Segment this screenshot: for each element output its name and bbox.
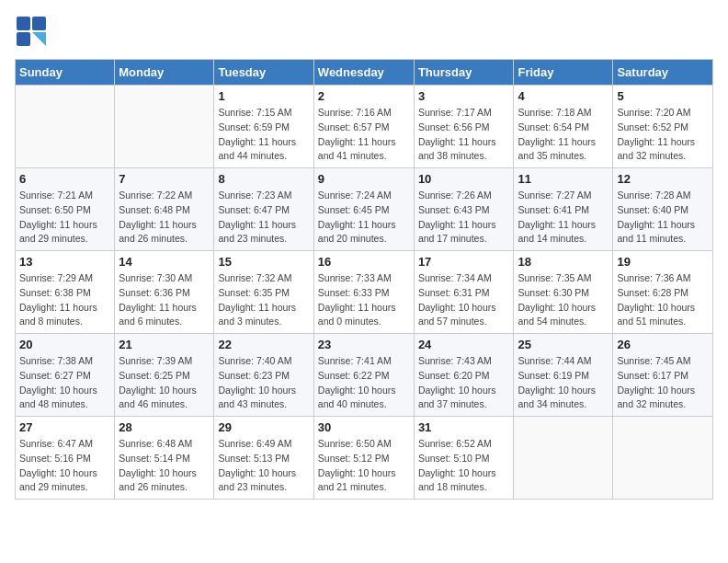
day-info: Sunrise: 6:50 AM Sunset: 5:12 PM Dayligh… <box>318 437 410 495</box>
day-number: 13 <box>19 255 110 269</box>
day-number: 15 <box>218 255 309 269</box>
day-number: 22 <box>218 338 309 351</box>
calendar-cell: 15Sunrise: 7:32 AM Sunset: 6:35 PM Dayli… <box>214 251 313 334</box>
calendar-cell: 1Sunrise: 7:15 AM Sunset: 6:59 PM Daylig… <box>214 86 313 168</box>
day-number: 12 <box>617 172 709 186</box>
day-info: Sunrise: 7:16 AM Sunset: 6:57 PM Dayligh… <box>318 106 410 164</box>
weekday-header-friday: Friday <box>514 60 613 86</box>
day-number: 26 <box>617 338 709 351</box>
day-number: 27 <box>19 420 110 434</box>
calendar-week-5: 27Sunrise: 6:47 AM Sunset: 5:16 PM Dayli… <box>16 417 713 500</box>
day-number: 2 <box>318 89 410 103</box>
calendar-cell: 10Sunrise: 7:26 AM Sunset: 6:43 PM Dayli… <box>414 168 514 251</box>
weekday-header-wednesday: Wednesday <box>313 60 414 86</box>
calendar-cell: 16Sunrise: 7:33 AM Sunset: 6:33 PM Dayli… <box>313 251 414 334</box>
calendar-cell: 26Sunrise: 7:45 AM Sunset: 6:17 PM Dayli… <box>613 334 713 417</box>
calendar-cell: 2Sunrise: 7:16 AM Sunset: 6:57 PM Daylig… <box>313 86 414 168</box>
calendar-cell: 3Sunrise: 7:17 AM Sunset: 6:56 PM Daylig… <box>414 86 514 168</box>
day-info: Sunrise: 7:44 AM Sunset: 6:19 PM Dayligh… <box>518 354 609 412</box>
calendar-cell: 25Sunrise: 7:44 AM Sunset: 6:19 PM Dayli… <box>514 334 613 417</box>
day-info: Sunrise: 6:48 AM Sunset: 5:14 PM Dayligh… <box>119 437 210 495</box>
calendar-week-2: 6Sunrise: 7:21 AM Sunset: 6:50 PM Daylig… <box>16 168 713 251</box>
day-number: 10 <box>418 172 510 186</box>
day-number: 28 <box>119 420 210 434</box>
calendar-cell: 20Sunrise: 7:38 AM Sunset: 6:27 PM Dayli… <box>16 334 115 417</box>
page-header <box>15 15 713 50</box>
day-info: Sunrise: 7:32 AM Sunset: 6:35 PM Dayligh… <box>218 271 309 329</box>
calendar-cell: 27Sunrise: 6:47 AM Sunset: 5:16 PM Dayli… <box>16 417 115 500</box>
logo-icon <box>15 15 50 50</box>
weekday-header-saturday: Saturday <box>613 60 713 86</box>
day-number: 11 <box>518 172 609 186</box>
day-info: Sunrise: 7:39 AM Sunset: 6:25 PM Dayligh… <box>119 354 210 412</box>
calendar-cell <box>613 417 713 500</box>
day-number: 29 <box>218 420 309 434</box>
day-number: 14 <box>119 255 210 269</box>
day-number: 30 <box>318 420 410 434</box>
day-number: 5 <box>617 89 709 103</box>
day-info: Sunrise: 7:41 AM Sunset: 6:22 PM Dayligh… <box>318 354 410 412</box>
weekday-header-row: SundayMondayTuesdayWednesdayThursdayFrid… <box>16 60 713 86</box>
day-info: Sunrise: 7:34 AM Sunset: 6:31 PM Dayligh… <box>418 271 510 329</box>
calendar-cell: 29Sunrise: 6:49 AM Sunset: 5:13 PM Dayli… <box>214 417 313 500</box>
calendar-cell: 23Sunrise: 7:41 AM Sunset: 6:22 PM Dayli… <box>313 334 414 417</box>
calendar-cell: 30Sunrise: 6:50 AM Sunset: 5:12 PM Dayli… <box>313 417 414 500</box>
day-number: 16 <box>318 255 410 269</box>
svg-rect-0 <box>17 17 30 30</box>
day-number: 3 <box>418 89 510 103</box>
calendar-header: SundayMondayTuesdayWednesdayThursdayFrid… <box>16 60 713 86</box>
calendar-cell: 5Sunrise: 7:20 AM Sunset: 6:52 PM Daylig… <box>613 86 713 168</box>
day-number: 20 <box>19 338 110 351</box>
day-number: 23 <box>318 338 410 351</box>
calendar-cell: 17Sunrise: 7:34 AM Sunset: 6:31 PM Dayli… <box>414 251 514 334</box>
logo <box>15 15 53 50</box>
calendar-cell: 22Sunrise: 7:40 AM Sunset: 6:23 PM Dayli… <box>214 334 313 417</box>
day-info: Sunrise: 7:17 AM Sunset: 6:56 PM Dayligh… <box>418 106 510 164</box>
calendar-cell: 19Sunrise: 7:36 AM Sunset: 6:28 PM Dayli… <box>613 251 713 334</box>
calendar-cell: 7Sunrise: 7:22 AM Sunset: 6:48 PM Daylig… <box>115 168 214 251</box>
svg-rect-1 <box>32 17 46 30</box>
day-info: Sunrise: 7:20 AM Sunset: 6:52 PM Dayligh… <box>617 106 709 164</box>
day-info: Sunrise: 7:15 AM Sunset: 6:59 PM Dayligh… <box>218 106 309 164</box>
calendar-cell <box>115 86 214 168</box>
day-info: Sunrise: 7:33 AM Sunset: 6:33 PM Dayligh… <box>318 271 410 329</box>
day-info: Sunrise: 6:47 AM Sunset: 5:16 PM Dayligh… <box>19 437 110 495</box>
calendar-cell <box>16 86 115 168</box>
weekday-header-tuesday: Tuesday <box>214 60 313 86</box>
calendar-cell: 9Sunrise: 7:24 AM Sunset: 6:45 PM Daylig… <box>313 168 414 251</box>
calendar-cell: 12Sunrise: 7:28 AM Sunset: 6:40 PM Dayli… <box>613 168 713 251</box>
calendar-week-1: 1Sunrise: 7:15 AM Sunset: 6:59 PM Daylig… <box>16 86 713 168</box>
day-number: 25 <box>518 338 609 351</box>
day-number: 31 <box>418 420 510 434</box>
calendar-table: SundayMondayTuesdayWednesdayThursdayFrid… <box>15 59 713 500</box>
day-number: 7 <box>119 172 210 186</box>
calendar-cell: 4Sunrise: 7:18 AM Sunset: 6:54 PM Daylig… <box>514 86 613 168</box>
day-info: Sunrise: 7:22 AM Sunset: 6:48 PM Dayligh… <box>119 189 210 247</box>
calendar-week-4: 20Sunrise: 7:38 AM Sunset: 6:27 PM Dayli… <box>16 334 713 417</box>
day-number: 1 <box>218 89 309 103</box>
day-info: Sunrise: 7:36 AM Sunset: 6:28 PM Dayligh… <box>617 271 709 329</box>
weekday-header-sunday: Sunday <box>16 60 115 86</box>
day-info: Sunrise: 7:43 AM Sunset: 6:20 PM Dayligh… <box>418 354 510 412</box>
day-info: Sunrise: 7:45 AM Sunset: 6:17 PM Dayligh… <box>617 354 709 412</box>
day-number: 8 <box>218 172 309 186</box>
day-number: 4 <box>518 89 609 103</box>
day-info: Sunrise: 7:40 AM Sunset: 6:23 PM Dayligh… <box>218 354 309 412</box>
day-info: Sunrise: 6:49 AM Sunset: 5:13 PM Dayligh… <box>218 437 309 495</box>
day-number: 19 <box>617 255 709 269</box>
calendar-cell: 18Sunrise: 7:35 AM Sunset: 6:30 PM Dayli… <box>514 251 613 334</box>
day-info: Sunrise: 7:29 AM Sunset: 6:38 PM Dayligh… <box>19 271 110 329</box>
day-number: 21 <box>119 338 210 351</box>
day-info: Sunrise: 7:38 AM Sunset: 6:27 PM Dayligh… <box>19 354 110 412</box>
day-info: Sunrise: 7:27 AM Sunset: 6:41 PM Dayligh… <box>518 189 609 247</box>
day-info: Sunrise: 7:24 AM Sunset: 6:45 PM Dayligh… <box>318 189 410 247</box>
calendar-cell: 28Sunrise: 6:48 AM Sunset: 5:14 PM Dayli… <box>115 417 214 500</box>
svg-marker-3 <box>32 32 46 46</box>
day-info: Sunrise: 7:35 AM Sunset: 6:30 PM Dayligh… <box>518 271 609 329</box>
calendar-cell: 11Sunrise: 7:27 AM Sunset: 6:41 PM Dayli… <box>514 168 613 251</box>
day-info: Sunrise: 7:28 AM Sunset: 6:40 PM Dayligh… <box>617 189 709 247</box>
day-number: 24 <box>418 338 510 351</box>
day-number: 18 <box>518 255 609 269</box>
calendar-week-3: 13Sunrise: 7:29 AM Sunset: 6:38 PM Dayli… <box>16 251 713 334</box>
weekday-header-monday: Monday <box>115 60 214 86</box>
